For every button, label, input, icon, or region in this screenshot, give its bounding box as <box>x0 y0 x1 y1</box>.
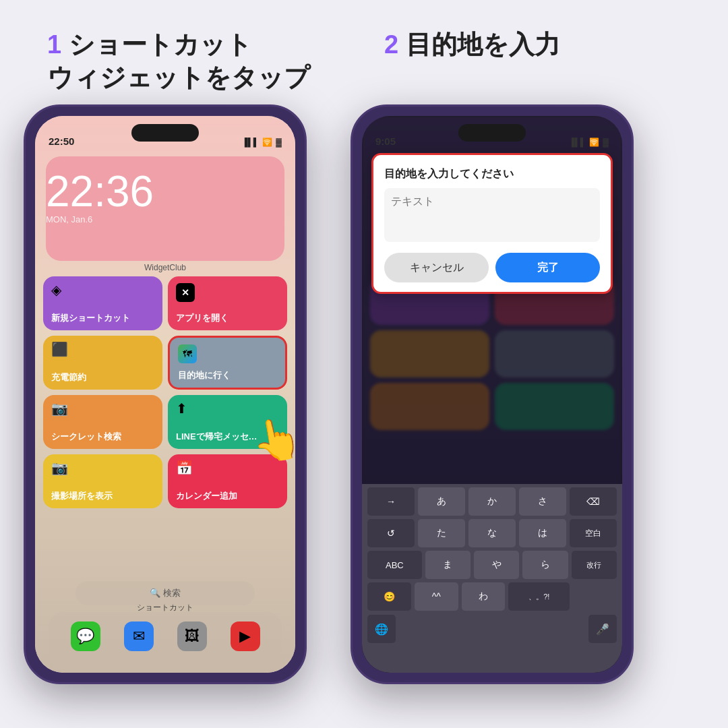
p2-status-time: 9:05 <box>375 135 396 147</box>
shortcut-battery[interactable]: ⬛ 充電節約 <box>43 336 162 390</box>
status-time: 22:50 <box>49 135 74 147</box>
shortcut-battery-label: 充電節約 <box>51 372 86 383</box>
step2-number: 2 <box>384 30 398 59</box>
key-enter[interactable]: 改行 <box>572 551 617 579</box>
clock-display: 22:36 MON, Jan.6 <box>46 170 154 224</box>
phone1: 22:50 ▐▌▌ 🛜 ▓ 22:36 MON, Jan.6 WidgetClu… <box>24 104 307 684</box>
x-icon: ✕ <box>176 283 195 302</box>
keyboard-row-4: 😊 ^^ わ 、。?! <box>362 579 622 611</box>
x-logo: ✕ <box>176 283 195 302</box>
shortcut-new-label: 新規ショートカット <box>51 313 130 324</box>
battery-icon: ▓ <box>276 138 282 147</box>
key-ka[interactable]: か <box>468 487 516 516</box>
key-a[interactable]: あ <box>418 487 465 516</box>
status-icons: ▐▌▌ 🛜 ▓ <box>242 138 282 147</box>
key-mic[interactable]: 🎤 <box>588 615 617 643</box>
phone1-body: 22:50 ▐▌▌ 🛜 ▓ 22:36 MON, Jan.6 WidgetClu… <box>24 104 307 684</box>
shortcut-line-label: LINEで帰宅メッセ… <box>176 431 257 442</box>
secret-icon: 📷 <box>51 402 68 415</box>
shortcut-open-app-label: アプリを開く <box>176 313 229 324</box>
phone2: → あ か さ ⌫ ↺ た な は 空白 ABC ま <box>351 104 634 684</box>
p2-wifi-icon: 🛜 <box>589 138 599 147</box>
step1-number: 1 <box>47 30 61 59</box>
blurred-btn-5 <box>370 383 489 430</box>
clock-time: 22:36 <box>46 170 154 213</box>
wifi-icon: 🛜 <box>262 138 272 147</box>
blurred-btn-6 <box>495 383 614 430</box>
widget-club-label: WidgetClub <box>35 263 295 272</box>
keyboard: → あ か さ ⌫ ↺ た な は 空白 ABC ま <box>362 484 622 673</box>
dialog-buttons: キャンセル 完了 <box>384 253 600 282</box>
dynamic-island <box>131 124 199 142</box>
blurred-btn-4 <box>495 330 614 377</box>
shortcut-photo[interactable]: 📷 撮影場所を表示 <box>43 454 162 508</box>
key-undo[interactable]: ↺ <box>367 519 415 547</box>
calendar-icon: 📅 <box>176 461 193 475</box>
phone2-body: → あ か さ ⌫ ↺ た な は 空白 ABC ま <box>351 104 634 684</box>
keyboard-row-3: ABC ま や ら 改行 <box>362 547 622 579</box>
dock: 💬 ✉ 🖼 ▶ <box>49 612 282 661</box>
hand-cursor: 👆 <box>247 412 295 468</box>
dock-mail-icon[interactable]: ✉ <box>124 621 154 651</box>
key-space-wide <box>399 615 585 643</box>
keyboard-row-bottom: 🌐 🎤 <box>362 611 622 643</box>
key-ha[interactable]: は <box>519 519 566 547</box>
keyboard-row-1: → あ か さ ⌫ <box>362 484 622 516</box>
line-icon: ⬆ <box>176 402 187 415</box>
key-ma[interactable]: ま <box>425 551 471 579</box>
key-na[interactable]: な <box>468 519 516 547</box>
p2-status-bar: 9:05 ▐▌▌ 🛜 ▓ <box>362 116 622 151</box>
key-ra[interactable]: ら <box>522 551 568 579</box>
photo-icon: 📷 <box>51 461 68 475</box>
dock-line-icon[interactable]: 💬 <box>71 621 100 651</box>
key-sa[interactable]: さ <box>519 487 566 516</box>
shortcut-secret-label: シークレット検索 <box>51 431 121 442</box>
dialog-input[interactable] <box>384 188 600 242</box>
shortcut-navigate[interactable]: 🗺 目的地に行く <box>168 336 287 390</box>
search-label: 🔍 検索 <box>150 587 181 599</box>
key-punct[interactable]: 、。?! <box>508 582 570 611</box>
blurred-btn-3 <box>370 330 489 377</box>
keyboard-row-2: ↺ た な は 空白 <box>362 516 622 547</box>
key-caret[interactable]: ^^ <box>415 582 458 611</box>
key-abc[interactable]: ABC <box>367 551 422 579</box>
step1-label: 1 ショートカット ウィジェットをタップ <box>47 28 310 95</box>
shortcut-new-icon: ◈ <box>51 283 61 297</box>
key-wa[interactable]: わ <box>462 582 506 611</box>
dock-youtube-icon[interactable]: ▶ <box>231 621 260 651</box>
dialog-title: 目的地を入力してください <box>384 167 600 181</box>
search-bar[interactable]: 🔍 検索 <box>75 581 255 605</box>
shortcut-open-app[interactable]: ✕ アプリを開く <box>168 276 287 330</box>
p2-battery-icon: ▓ <box>603 138 609 147</box>
p2-status-icons: ▐▌▌ 🛜 ▓ <box>569 138 609 147</box>
shortcut-grid: ◈ 新規ショートカット ✕ アプリを開く ⬛ 充電節約 🗺 <box>43 276 287 508</box>
shortcut-calendar-label: カレンダー追加 <box>176 491 237 502</box>
key-space[interactable]: 空白 <box>570 519 617 547</box>
key-ya[interactable]: や <box>474 551 519 579</box>
dialog-box: 目的地を入力してください キャンセル 完了 <box>371 153 613 294</box>
phone1-screen: 22:50 ▐▌▌ 🛜 ▓ 22:36 MON, Jan.6 WidgetClu… <box>35 116 295 673</box>
key-delete[interactable]: ⌫ <box>570 487 617 516</box>
shortcut-new[interactable]: ◈ 新規ショートカット <box>43 276 162 330</box>
phone2-screen: → あ か さ ⌫ ↺ た な は 空白 ABC ま <box>362 116 622 673</box>
maps-logo: 🗺 <box>178 344 197 363</box>
key-globe[interactable]: 🌐 <box>367 615 396 643</box>
battery-icon-btn: ⬛ <box>51 342 68 356</box>
key-ta[interactable]: た <box>418 519 465 547</box>
shortcut-secret[interactable]: 📷 シークレット検索 <box>43 395 162 449</box>
key-emoji[interactable]: 😊 <box>367 582 411 611</box>
dock-photos-icon[interactable]: 🖼 <box>177 621 207 651</box>
blurred-grid <box>370 278 614 430</box>
map-icon: 🗺 <box>178 344 197 363</box>
shortcut-photo-label: 撮影場所を表示 <box>51 491 113 502</box>
shortcut-navigate-label: 目的地に行く <box>178 370 231 381</box>
signal-icon: ▐▌▌ <box>242 138 260 147</box>
step2-label: 2 目的地を入力 <box>384 28 560 61</box>
p2-signal-icon: ▐▌▌ <box>569 138 586 147</box>
key-blank <box>573 582 617 611</box>
clock-date: MON, Jan.6 <box>46 214 154 224</box>
key-arrow[interactable]: → <box>367 487 415 516</box>
dialog-ok-button[interactable]: 完了 <box>495 253 600 282</box>
dialog-cancel-button[interactable]: キャンセル <box>384 253 489 282</box>
